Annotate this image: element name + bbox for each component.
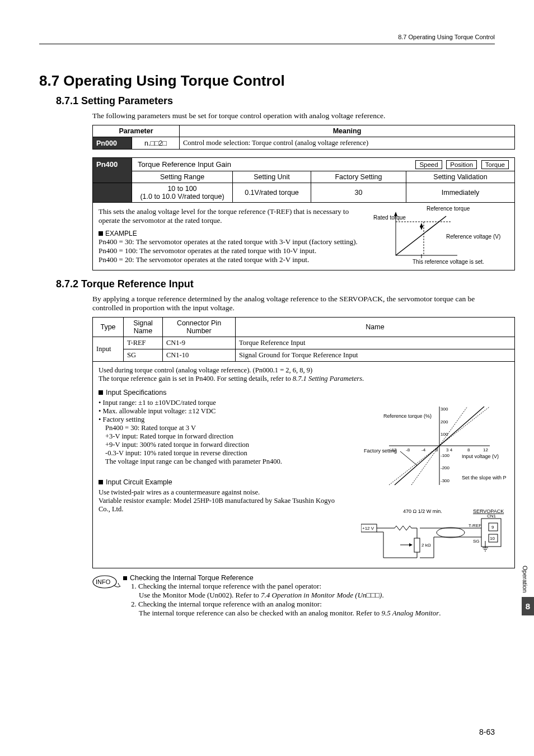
svg-text:12: 12 xyxy=(483,447,488,452)
graph-pn400: Reference torque Rated torque Reference … xyxy=(373,205,508,267)
svg-text:This reference voltage is set.: This reference voltage is set. xyxy=(413,259,484,265)
svg-marker-9 xyxy=(420,223,423,227)
cell-pn000: Pn000 xyxy=(93,137,132,150)
svg-text:2 kΩ: 2 kΩ xyxy=(421,543,431,548)
cell-cn1-10: CN1-10 xyxy=(163,349,236,362)
page-header: 8.7 Operating Using Torque Control xyxy=(39,34,495,40)
svg-line-33 xyxy=(400,451,417,465)
cell-meaning: Control mode selection: Torque control (… xyxy=(180,137,515,150)
circ1: Use twisted-pair wires as a countermeasu… xyxy=(99,488,339,497)
cell-cn1-9: CN1-9 xyxy=(163,337,236,349)
info-2b: The internal torque reference can also b… xyxy=(139,609,495,618)
tag-torque: Torque xyxy=(481,160,509,169)
circ2: Variable resistor example: Model 25HP-10… xyxy=(99,497,339,514)
box-line1: Used during torque control (analog volta… xyxy=(99,366,509,375)
val-range: 10 to 100(1.0 to 10.0 V/rated torque) xyxy=(132,183,233,202)
svg-text:+12 V: +12 V xyxy=(362,526,374,531)
pn400-label: Pn400 xyxy=(93,158,132,171)
svg-text:Factory setting: Factory setting xyxy=(364,448,397,454)
page-number: 8-63 xyxy=(479,727,495,736)
val-valid: Immediately xyxy=(406,183,514,202)
svg-text:-100: -100 xyxy=(441,453,450,458)
heading-8-7-2: 8.7.2 Torque Reference Input xyxy=(56,278,495,290)
info-1: 1. Checking the internal torque referenc… xyxy=(131,582,495,591)
th-name: Name xyxy=(236,318,515,337)
svg-marker-46 xyxy=(409,543,413,547)
svg-text:9: 9 xyxy=(491,525,494,530)
th-range: Setting Range xyxy=(132,171,233,183)
heading-8-7: 8.7 Operating Using Torque Control xyxy=(39,72,495,90)
side-tab: Operation 8 xyxy=(522,566,534,615)
cell-input: Input xyxy=(93,337,124,362)
circuit-diagram: 470 Ω 1/2 W min. SERVOPACK CN1 +12 V 2 k… xyxy=(361,507,507,566)
svg-text:-300: -300 xyxy=(441,478,450,483)
table-pn400: Pn400 Torque Reference Input Gain Speed … xyxy=(92,157,515,270)
cell-tref: T-REF xyxy=(124,337,163,349)
svg-text:100: 100 xyxy=(441,432,448,437)
svg-text:Reference torque (%): Reference torque (%) xyxy=(383,413,432,419)
th-signal: Signal Name xyxy=(124,318,163,337)
pn400-desc: This sets the analog voltage level for t… xyxy=(99,207,362,225)
side-tab-label: Operation xyxy=(522,566,528,597)
svg-text:8: 8 xyxy=(467,447,470,452)
svg-text:10: 10 xyxy=(490,536,495,541)
val-unit: 0.1V/rated torque xyxy=(233,183,311,202)
svg-point-53 xyxy=(437,528,465,538)
svg-text:Reference voltage (V): Reference voltage (V) xyxy=(446,234,500,240)
info-icon: INFO xyxy=(92,574,123,618)
svg-text:Rated torque: Rated torque xyxy=(373,214,406,221)
th-valid: Setting Validation xyxy=(406,171,514,183)
svg-text:Input voltage (V): Input voltage (V) xyxy=(462,454,499,459)
svg-text:0: 0 xyxy=(435,447,438,452)
table-pn000: Parameter Meaning Pn000 n.□□2□ Control m… xyxy=(92,125,515,150)
cell-code: n.□□2□ xyxy=(132,137,180,150)
tag-position: Position xyxy=(446,160,477,169)
intro-8-7-1: The following parameters must be set for… xyxy=(92,111,495,120)
side-tab-number: 8 xyxy=(522,597,534,615)
input-spec-heading: Input Specifications xyxy=(99,389,509,396)
info-2: 2. Checking the internal torque referenc… xyxy=(131,600,495,609)
box-line2: The torque reference gain is set in Pn40… xyxy=(99,375,509,383)
th-meaning: Meaning xyxy=(180,125,515,137)
svg-text:300: 300 xyxy=(441,407,448,412)
svg-rect-44 xyxy=(414,538,420,552)
info-heading: Checking the Internal Torque Reference xyxy=(123,574,495,582)
header-rule xyxy=(39,44,495,44)
cell-tref-name: Torque Reference Input xyxy=(236,337,515,349)
svg-text:-8: -8 xyxy=(406,447,410,452)
table-signal: Type Signal Name Connector Pin Number Na… xyxy=(92,317,515,362)
svg-text:T-REF: T-REF xyxy=(469,523,481,528)
g1-ref-torque: Reference torque xyxy=(427,206,470,212)
pn400-title: Torque Reference Input Gain xyxy=(138,160,231,169)
svg-text:3 4: 3 4 xyxy=(446,447,453,452)
th-type: Type xyxy=(93,318,124,337)
heading-8-7-1: 8.7.1 Setting Parameters xyxy=(56,95,495,107)
svg-text:Set the slope with Pn400.: Set the slope with Pn400. xyxy=(462,475,507,480)
th-connector: Connector Pin Number xyxy=(163,318,236,337)
th-parameter: Parameter xyxy=(93,125,180,137)
info-1b: Use the Monitor Mode (Un002). Refer to 7… xyxy=(139,591,495,600)
svg-text:SG: SG xyxy=(473,539,480,544)
val-factory: 30 xyxy=(311,183,406,202)
th-factory: Factory Setting xyxy=(311,171,406,183)
svg-text:470 Ω 1/2 W min.: 470 Ω 1/2 W min. xyxy=(403,508,442,514)
svg-text:CN1: CN1 xyxy=(487,514,496,519)
svg-text:-200: -200 xyxy=(441,465,450,470)
graph-torque-voltage: 300 200 100 -100 -200 -300 -12 -8 -4 0 3… xyxy=(361,401,507,491)
th-unit: Setting Unit xyxy=(233,171,311,183)
cell-sg: SG xyxy=(124,349,163,362)
intro-8-7-2: By applying a torque reference determine… xyxy=(92,295,495,312)
cell-sg-name: Signal Ground for Torque Reference Input xyxy=(236,349,515,362)
svg-text:INFO: INFO xyxy=(96,578,111,585)
tag-speed: Speed xyxy=(415,160,442,169)
svg-text:-4: -4 xyxy=(421,447,426,452)
detail-box: Used during torque control (analog volta… xyxy=(92,361,515,568)
svg-text:200: 200 xyxy=(441,419,448,424)
